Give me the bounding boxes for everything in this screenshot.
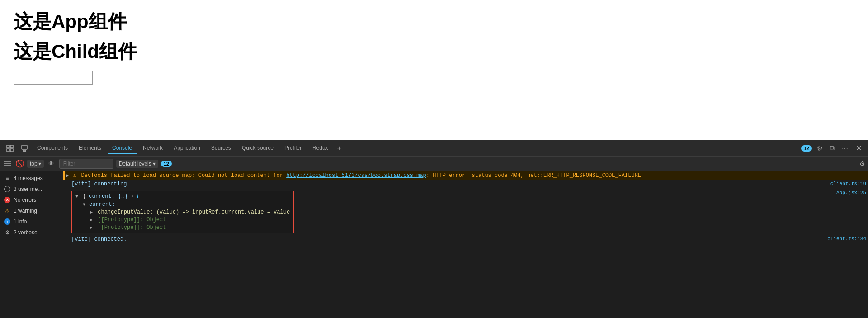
console-log: ▶ ⚠ DevTools failed to load source map: … <box>63 171 868 318</box>
dock-icon[interactable]: ⧉ <box>828 143 837 153</box>
info-label: 1 info <box>14 218 27 225</box>
svg-rect-2 <box>7 149 9 152</box>
obj-proto1-expand[interactable]: ▶ <box>90 218 93 223</box>
main-content: 这是App组件 这是Child组件 <box>0 0 868 140</box>
error-icon: ✕ <box>4 196 11 204</box>
verbose-icon: ⚙ <box>4 229 11 236</box>
console-sidebar: ≡ 4 messages 3 user me... ✕ No errors ⚠ … <box>0 171 63 318</box>
object-box: ▼ { current: {…} } ℹ ▼ current: <box>71 191 294 233</box>
sidebar-item-info[interactable]: i 1 info <box>0 216 63 227</box>
obj-proto1: [[Prototype]]: Object <box>98 217 166 223</box>
log-file-vite2[interactable]: client.ts:134 <box>824 236 866 242</box>
chevron-down-icon2: ▾ <box>153 161 156 167</box>
obj-changeinput-expand[interactable]: ▶ <box>90 210 93 215</box>
warning-label: 1 warning <box>14 208 37 214</box>
obj-func-change: changeInputValue: (value) => inputRef.cu… <box>98 209 290 215</box>
devtools-panel: Components Elements Console Network Appl… <box>0 140 868 318</box>
tab-network[interactable]: Network <box>138 143 167 154</box>
obj-tree: ▼ current: ▶ changeInputValue: (value) =… <box>75 201 290 231</box>
svg-rect-0 <box>7 145 9 148</box>
filter-input[interactable] <box>59 159 113 169</box>
level-dropdown[interactable]: Default levels ▾ <box>116 160 158 168</box>
log-content-warning: ⚠ DevTools failed to load source map: Co… <box>73 172 866 179</box>
warn-triangle-icon: ⚠ <box>73 172 79 179</box>
obj-brace1: { <box>83 193 86 199</box>
sidebar-item-user[interactable]: 3 user me... <box>0 184 63 195</box>
log-expand-obj[interactable] <box>65 190 71 191</box>
level-label: Default levels <box>119 161 151 167</box>
warning-icon: ⚠ <box>4 207 11 214</box>
errors-label: No errors <box>14 197 36 203</box>
devtools-tabbar: Components Elements Console Network Appl… <box>0 140 868 157</box>
user-label: 3 user me... <box>14 186 42 192</box>
add-tab-button[interactable]: + <box>335 144 344 152</box>
tab-components[interactable]: Components <box>33 143 72 154</box>
close-button[interactable]: ✕ <box>853 143 864 153</box>
obj-expand-tri[interactable]: ▼ <box>75 194 78 199</box>
context-label: top <box>30 161 38 167</box>
sidebar-item-errors[interactable]: ✕ No errors <box>0 195 63 205</box>
user-icon <box>4 185 11 193</box>
count-badge: 12 <box>161 161 172 167</box>
sidebar-item-verbose[interactable]: ⚙ 2 verbose <box>0 227 63 238</box>
svg-rect-1 <box>10 145 13 148</box>
tab-application[interactable]: Application <box>169 143 205 154</box>
log-file-obj[interactable]: App.jsx:25 <box>833 190 866 195</box>
log-expand-vite2 <box>65 236 71 237</box>
obj-prop-current: current: <box>89 201 115 208</box>
settings-icon[interactable]: ⚙ <box>815 144 825 153</box>
obj-proto2-expand[interactable]: ▶ <box>90 225 93 230</box>
messages-label: 4 messages <box>14 175 43 181</box>
context-dropdown[interactable]: top ▾ <box>27 160 44 168</box>
sidebar-toggle-icon[interactable] <box>3 159 13 169</box>
log-content-vite-connecting: [vite] connecting... <box>71 181 827 187</box>
device-icon[interactable] <box>18 142 31 155</box>
chevron-down-icon: ▾ <box>38 161 41 167</box>
app-title: 这是App组件 <box>14 9 854 34</box>
obj-brace2: } <box>131 193 134 199</box>
log-content-object: ▼ { current: {…} } ℹ ▼ current: <box>71 190 833 234</box>
svg-rect-4 <box>22 145 27 149</box>
eye-icon[interactable]: 👁 <box>47 159 57 169</box>
child-input[interactable] <box>14 71 93 85</box>
message-badge: 12 <box>801 145 812 152</box>
log-file-vite1[interactable]: client.ts:19 <box>827 181 866 186</box>
tab-sources[interactable]: Sources <box>207 143 236 154</box>
toolbar-right: ⚙ <box>859 160 865 167</box>
warn-link[interactable]: http://localhost:5173/css/bootstrap.css.… <box>286 172 426 179</box>
log-content-vite-connected: [vite] connected. <box>71 236 824 242</box>
console-settings-icon[interactable]: ⚙ <box>859 160 865 167</box>
log-line-vite-connecting: [vite] connecting... client.ts:19 <box>63 180 868 189</box>
log-line-object: ▼ { current: {…} } ℹ ▼ current: <box>63 189 868 235</box>
log-line-warning: ▶ ⚠ DevTools failed to load source map: … <box>63 171 868 180</box>
svg-rect-3 <box>10 149 13 152</box>
log-expand-warning[interactable]: ▶ <box>66 172 73 178</box>
obj-proto2: [[Prototype]]: Object <box>98 224 166 231</box>
obj-tree-inner: ▶ changeInputValue: (value) => inputRef.… <box>83 209 290 231</box>
more-icon[interactable]: ⋯ <box>840 144 850 153</box>
devtools-top-right: 12 ⚙ ⧉ ⋯ ✕ <box>801 143 864 153</box>
tab-profiler[interactable]: Profiler <box>280 143 306 154</box>
tab-elements[interactable]: Elements <box>74 143 106 154</box>
obj-info-icon[interactable]: ℹ <box>137 194 138 199</box>
clear-console-icon[interactable]: 🚫 <box>15 159 24 168</box>
tab-redux[interactable]: Redux <box>308 143 333 154</box>
verbose-label: 2 verbose <box>14 229 38 236</box>
child-title: 这是Child组件 <box>14 39 854 64</box>
obj-current-expand[interactable]: ▼ <box>83 202 85 207</box>
console-toolbar: 🚫 top ▾ 👁 Default levels ▾ 12 ⚙ <box>0 157 868 171</box>
info-icon: i <box>4 218 11 225</box>
inspect-icon[interactable] <box>4 142 16 155</box>
tab-quicksource[interactable]: Quick source <box>237 143 278 154</box>
obj-key-current: current: {…} <box>89 193 127 199</box>
log-expand-vite1 <box>65 181 71 182</box>
messages-icon: ≡ <box>4 175 11 182</box>
log-line-vite-connected: [vite] connected. client.ts:134 <box>63 235 868 244</box>
sidebar-item-messages[interactable]: ≡ 4 messages <box>0 173 63 184</box>
sidebar-item-warning[interactable]: ⚠ 1 warning <box>0 205 63 216</box>
console-messages: ≡ 4 messages 3 user me... ✕ No errors ⚠ … <box>0 171 868 318</box>
tab-console[interactable]: Console <box>108 143 137 154</box>
